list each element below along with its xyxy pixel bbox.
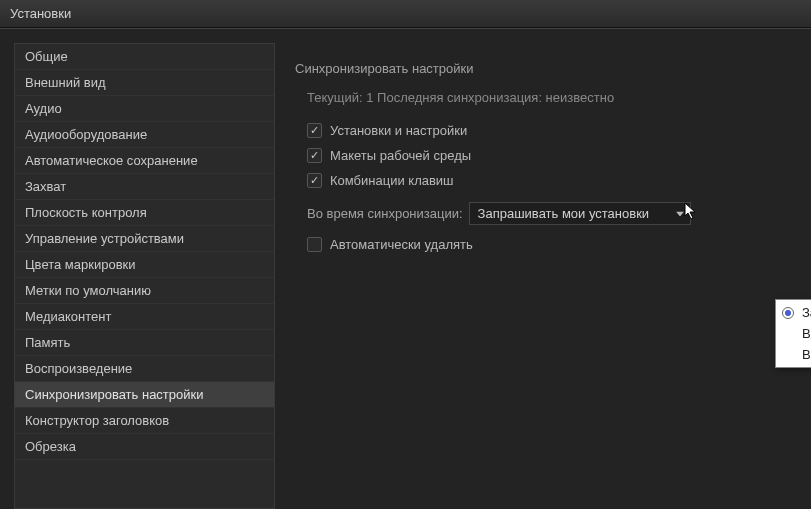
sidebar-item[interactable]: Управление устройствами	[15, 226, 274, 252]
radio-selected-icon	[782, 307, 794, 319]
mouse-cursor-icon	[684, 202, 700, 225]
sync-mode-label: Во время синхронизации:	[307, 206, 463, 221]
content-area: ОбщиеВнешний видАудиоАудиооборудованиеАв…	[0, 28, 811, 509]
sidebar-item[interactable]: Память	[15, 330, 274, 356]
dropdown-option[interactable]: Запрашивать мои установки	[778, 302, 811, 323]
window-title: Установки	[10, 6, 71, 21]
check-row: Установки и настройки	[295, 123, 791, 138]
sync-status: Текущий: 1 Последняя синхронизация: неиз…	[295, 90, 791, 105]
sidebar-item[interactable]: Аудио	[15, 96, 274, 122]
sidebar-item[interactable]: Общие	[15, 44, 274, 70]
sync-mode-popup: Запрашивать мои установкиВсегда передава…	[775, 299, 811, 368]
check-row: Комбинации клавиш	[295, 173, 791, 188]
sidebar-item[interactable]: Плоскость контроля	[15, 200, 274, 226]
dropdown-option[interactable]: Всегда загружать настройки	[778, 344, 811, 365]
dropdown-option-label: Всегда загружать настройки	[802, 347, 811, 362]
checkbox-label: Комбинации клавиш	[330, 173, 454, 188]
sidebar-item[interactable]: Обрезка	[15, 434, 274, 460]
titlebar: Установки	[0, 0, 811, 28]
auto-delete-row: Автоматически удалять	[295, 237, 791, 252]
auto-delete-checkbox[interactable]	[307, 237, 322, 252]
radio-spacer	[782, 349, 794, 361]
sidebar-item[interactable]: Синхронизировать настройки	[15, 382, 274, 408]
sidebar-item[interactable]: Автоматическое сохранение	[15, 148, 274, 174]
main-panel: Синхронизировать настройки Текущий: 1 По…	[275, 43, 811, 509]
auto-delete-label: Автоматически удалять	[330, 237, 473, 252]
radio-spacer	[782, 328, 794, 340]
sync-mode-row: Во время синхронизации: Запрашивать мои …	[295, 202, 791, 225]
settings-window: Установки ОбщиеВнешний видАудиоАудиообор…	[0, 0, 811, 509]
sync-mode-value: Запрашивать мои установки	[478, 206, 650, 221]
checkbox[interactable]	[307, 173, 322, 188]
sidebar-item[interactable]: Цвета маркировки	[15, 252, 274, 278]
sidebar-item[interactable]: Захват	[15, 174, 274, 200]
sidebar-item[interactable]: Метки по умолчанию	[15, 278, 274, 304]
checkbox-label: Установки и настройки	[330, 123, 467, 138]
sidebar-item[interactable]: Внешний вид	[15, 70, 274, 96]
sidebar-item[interactable]: Конструктор заголовков	[15, 408, 274, 434]
sidebar-item[interactable]: Медиаконтент	[15, 304, 274, 330]
checkbox-label: Макеты рабочей среды	[330, 148, 471, 163]
checkbox[interactable]	[307, 123, 322, 138]
section-title: Синхронизировать настройки	[295, 61, 791, 76]
chevron-down-icon	[676, 211, 684, 216]
check-row: Макеты рабочей среды	[295, 148, 791, 163]
dropdown-option[interactable]: Всегда передавать настройки	[778, 323, 811, 344]
checkbox[interactable]	[307, 148, 322, 163]
dropdown-option-label: Запрашивать мои установки	[802, 305, 811, 320]
dropdown-option-label: Всегда передавать настройки	[802, 326, 811, 341]
sidebar-item[interactable]: Аудиооборудование	[15, 122, 274, 148]
sync-mode-dropdown[interactable]: Запрашивать мои установки	[469, 202, 691, 225]
sidebar: ОбщиеВнешний видАудиоАудиооборудованиеАв…	[14, 43, 275, 509]
sidebar-item[interactable]: Воспроизведение	[15, 356, 274, 382]
